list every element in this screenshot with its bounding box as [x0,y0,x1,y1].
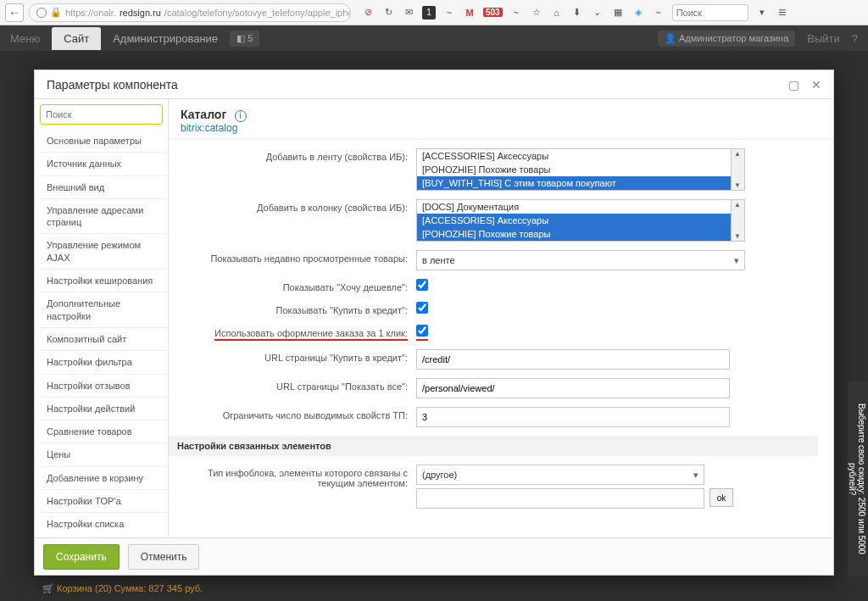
sidebar-item[interactable]: Настройки TOP'а [40,490,168,513]
sidebar-item[interactable]: Основные параметры [40,130,168,153]
input-url-credit[interactable] [416,349,730,370]
url-secure: https://onair. [65,8,116,18]
section-linked-header: Настройки связанных элементов [169,436,818,456]
sep2-icon: ~ [509,6,523,19]
counter-badge[interactable]: 1 [422,6,436,19]
component-name: bitrix:catalog [181,122,237,134]
sidebar-item[interactable]: Добавление в корзину [40,467,168,490]
select-add-col[interactable]: [DOCS] Документация[ACCESSORIES] Аксессу… [416,199,745,242]
admin-user[interactable]: 👤 Администратор магазина [658,31,795,47]
sidebar-item[interactable]: Настройки действий [40,398,168,420]
select-add-feed[interactable]: [ACCESSORIES] Аксессуары[POHOZHIE] Похож… [416,148,745,191]
modal-content: Каталог i bitrix:catalog Добавить в лент… [169,99,833,537]
sidebar-search-input[interactable] [40,104,163,125]
checkbox-credit[interactable] [416,302,428,314]
select-option[interactable]: [DOCS] Документация [417,200,744,214]
cart-summary[interactable]: 🛒 Корзина (20) Сумма: 827 345 руб. [42,583,203,594]
select-option[interactable]: [ACCESSORIES] Аксессуары [417,149,744,163]
modal-sidebar: Основные параметрыИсточник данныхВнешний… [35,99,169,537]
select-option[interactable]: [ACCESSORIES] Аксессуары [417,214,744,227]
info-icon[interactable]: i [235,110,247,122]
label-url-credit: URL страницы "Купить в кредит": [169,349,416,363]
label-oneclick: Использовать оформление заказа за 1 клик… [214,328,408,341]
star-icon[interactable]: ☆ [530,6,543,19]
checkbox-cheaper[interactable] [416,279,428,291]
select-option[interactable]: [POHOZHIE] Похожие товары [417,163,744,176]
download-icon[interactable]: ⬇ [570,6,584,19]
url-bar[interactable]: 🔒 https://onair.redsign.ru/catalog/telef… [29,3,351,22]
sidebar-item[interactable]: Управление адресами страниц [40,199,168,235]
stop-icon[interactable]: ⊘ [361,6,375,19]
component-params-modal: Параметры компонента ▢ ✕ Основные параме… [34,70,834,576]
select-linked-value: (другое) [422,470,457,480]
select-linked-type[interactable]: (другое) [416,465,704,485]
label-linked-type: Тип инфоблока, элементы которого связаны… [169,465,416,488]
ok-button[interactable]: ok [709,488,733,507]
content-header: Каталог i bitrix:catalog [169,99,833,140]
sep-icon: ~ [442,6,456,19]
browser-toolbar: ← 🔒 https://onair.redsign.ru/catalog/tel… [0,0,868,25]
save-button[interactable]: Сохранить [43,544,120,570]
browser-icons: ⊘ ↻ ✉ 1 ~ M 503 ~ ☆ ⌂ ⬇ ⌄ ▦ ◈ ~ ▾ ≡ [356,4,789,21]
modal-footer: Сохранить Отменить [35,537,833,575]
tab-site[interactable]: Сайт [52,27,101,50]
select-option[interactable]: [POHOZHIE] Похожие товары [417,227,744,241]
label-add-feed: Добавить в ленту (свойства ИБ): [169,148,416,162]
sidebar-item[interactable]: Сравнение товаров [40,420,168,443]
sidebar-item[interactable]: Настройки кеширования [40,270,168,292]
url-path: /catalog/telefony/sotovye_telefony/apple… [164,8,351,18]
mail-count-badge: 503 [483,8,503,17]
input-tp-limit[interactable] [416,407,730,427]
label-url-all: URL страницы "Показать все": [169,378,416,392]
home-icon[interactable]: ⌂ [550,6,564,19]
sidebar-item[interactable]: Внешний вид [40,176,168,199]
sep3-icon: ~ [652,6,665,19]
close-icon[interactable]: ✕ [811,78,821,92]
help-icon[interactable]: ? [852,32,858,45]
scrollbar-icon[interactable] [731,200,744,241]
sidebar-item[interactable]: Настройки отзывов [40,375,168,398]
lock-icon: 🔒 [50,7,62,18]
modal-title: Параметры компонента [47,78,178,92]
sidebar-item[interactable]: Настройки фильтра [40,351,168,374]
app-topbar: Меню Сайт Администрирование ◧ 5 👤 Админи… [0,25,868,51]
app-menu[interactable]: Меню [10,32,40,45]
sidebar-item[interactable]: Дополнительные настройки [40,292,168,328]
more-icon[interactable]: ▾ [755,6,769,19]
select-option[interactable]: [BUY_WITH_THIS] С этим товаром покупают [417,176,744,190]
sidebar-item[interactable]: Настройки списка разделов [40,513,168,532]
back-button[interactable]: ← [5,3,24,22]
label-recent: Показывать недавно просмотренные товары: [169,250,416,264]
sidebar-item[interactable]: Цены [40,443,168,466]
mail-icon[interactable]: ✉ [402,6,415,19]
puzzle-icon[interactable]: ▦ [611,6,625,19]
modal-header: Параметры компонента ▢ ✕ [35,70,833,99]
browser-search-input[interactable] [672,4,748,21]
logout-link[interactable]: Выйти [807,32,840,45]
scrollbar-icon[interactable] [731,149,744,190]
sidebar-search-wrap [40,104,163,125]
cancel-button[interactable]: Отменить [128,544,200,570]
promo-banner[interactable]: Выберите свою скидку: 2500 или 5000 рубл… [848,381,868,576]
input-linked-extra[interactable] [416,488,704,509]
input-url-all[interactable] [416,378,730,398]
form-area[interactable]: Добавить в ленту (свойства ИБ): [ACCESSO… [169,140,833,537]
sidebar-item[interactable]: Композитный сайт [40,328,168,351]
pocket-icon[interactable]: ⌄ [591,6,604,19]
diamond-icon[interactable]: ◈ [632,6,645,19]
reload-icon[interactable]: ↻ [381,6,395,19]
checkbox-oneclick[interactable] [416,325,428,337]
sidebar-list[interactable]: Основные параметрыИсточник данныхВнешний… [40,130,168,532]
gmail-icon[interactable]: M [463,6,476,19]
sidebar-item[interactable]: Источник данных [40,153,168,175]
cart-text: Корзина (20) Сумма: 827 345 руб. [57,583,203,593]
label-credit: Показывать "Купить в кредит": [169,302,416,315]
select-recent-value: в ленте [422,255,455,265]
select-recent[interactable]: в ленте [416,250,745,270]
menu-icon[interactable]: ≡ [776,6,789,19]
sidebar-item[interactable]: Управление режимом AJAX [40,234,168,270]
maximize-icon[interactable]: ▢ [788,78,799,92]
notif-pill[interactable]: ◧ 5 [230,31,259,47]
tab-admin[interactable]: Администрирование [113,32,218,45]
globe-icon [36,8,47,18]
